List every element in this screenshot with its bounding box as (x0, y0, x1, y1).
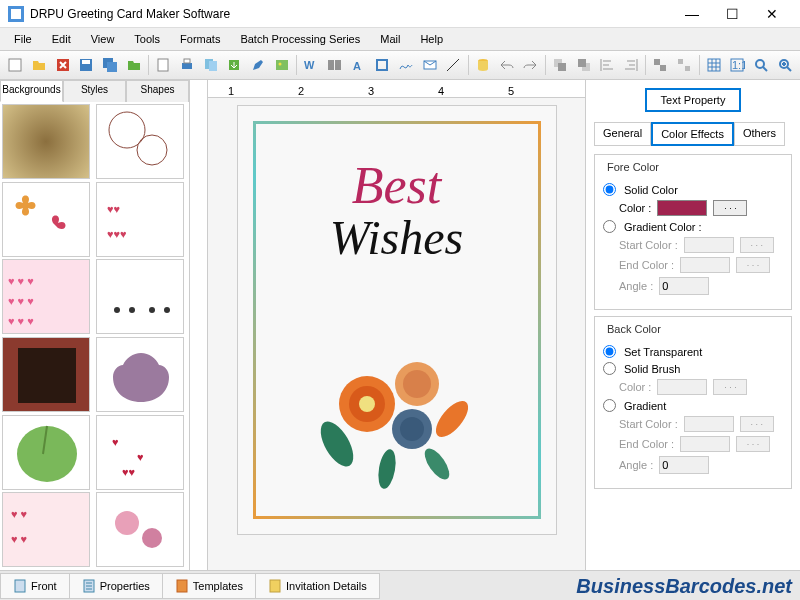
menu-help[interactable]: Help (410, 31, 453, 47)
svg-point-15 (278, 63, 281, 66)
align-left-icon[interactable] (596, 53, 619, 77)
menu-tools[interactable]: Tools (124, 31, 170, 47)
tab-color-effects[interactable]: Color Effects (651, 122, 734, 146)
save-icon[interactable] (75, 53, 98, 77)
text-property-heading[interactable]: Text Property (645, 88, 742, 112)
svg-point-34 (109, 112, 145, 148)
menu-file[interactable]: File (4, 31, 42, 47)
svg-point-63 (375, 448, 398, 490)
saveall-icon[interactable] (99, 53, 122, 77)
svg-rect-68 (270, 580, 280, 592)
group-icon[interactable] (649, 53, 672, 77)
bring-front-icon[interactable] (549, 53, 572, 77)
thumbnail[interactable] (2, 104, 90, 179)
solid-color-label: Solid Color (624, 184, 678, 196)
solid-brush-label: Solid Brush (624, 363, 680, 375)
svg-text:♥♥: ♥♥ (122, 466, 135, 478)
undo-icon[interactable] (495, 53, 518, 77)
maximize-button[interactable]: ☐ (712, 2, 752, 26)
flower-decoration[interactable] (297, 324, 497, 494)
greeting-card[interactable]: Best Wishes (237, 105, 557, 535)
image-icon[interactable] (270, 53, 293, 77)
solid-brush-radio[interactable] (603, 362, 616, 375)
menubar: File Edit View Tools Formats Batch Proce… (0, 28, 800, 50)
back-start-button: . . . (740, 416, 774, 432)
thumbnail[interactable]: ♥ ♥ ♥♥ ♥ ♥♥ ♥ ♥ (2, 259, 90, 334)
start-color-label: Start Color : (619, 239, 678, 251)
menu-view[interactable]: View (81, 31, 125, 47)
left-panel: Backgrounds Styles Shapes ♥♥♥♥♥ ♥ ♥ ♥♥ ♥… (0, 80, 190, 570)
svg-point-35 (137, 135, 167, 165)
thumbnail[interactable] (96, 104, 184, 179)
grid-icon[interactable] (702, 53, 725, 77)
font-icon[interactable]: A (347, 53, 370, 77)
close-icon[interactable] (51, 53, 74, 77)
tab-invitation[interactable]: Invitation Details (255, 573, 380, 599)
color-picker-button[interactable]: . . . (713, 200, 747, 216)
fore-color-group: Fore Color Solid Color Color : . . . Gra… (594, 154, 792, 310)
thumbnail[interactable] (2, 182, 90, 257)
tab-backgrounds[interactable]: Backgrounds (0, 80, 63, 102)
svg-point-44 (164, 307, 170, 313)
zoom-icon[interactable] (750, 53, 773, 77)
tab-front[interactable]: Front (0, 573, 70, 599)
tab-styles[interactable]: Styles (63, 80, 126, 102)
page-icon[interactable] (152, 53, 175, 77)
thumbnail[interactable] (2, 337, 90, 412)
pen-icon[interactable] (247, 53, 270, 77)
minimize-button[interactable]: — (672, 2, 712, 26)
property-tabs: General Color Effects Others (594, 122, 792, 146)
export-icon[interactable] (223, 53, 246, 77)
menu-formats[interactable]: Formats (170, 31, 230, 47)
thumbnail[interactable]: ♥ ♥♥ ♥ (2, 492, 90, 567)
open-icon[interactable] (28, 53, 51, 77)
svg-point-60 (400, 417, 424, 441)
thumbnail[interactable] (96, 259, 184, 334)
separator (296, 55, 297, 75)
send-back-icon[interactable] (572, 53, 595, 77)
tab-templates[interactable]: Templates (162, 573, 256, 599)
tab-properties[interactable]: Properties (69, 573, 163, 599)
svg-text:♥ ♥: ♥ ♥ (11, 533, 27, 545)
menu-mail[interactable]: Mail (370, 31, 410, 47)
svg-point-64 (420, 445, 454, 484)
redo-icon[interactable] (519, 53, 542, 77)
thumbnail[interactable]: ♥♥♥♥ (96, 415, 184, 490)
barcode-icon[interactable] (324, 53, 347, 77)
close-button[interactable]: ✕ (752, 2, 792, 26)
fit-icon[interactable]: 1:1 (726, 53, 749, 77)
svg-text:♥: ♥ (137, 451, 144, 463)
back-color-button: . . . (713, 379, 747, 395)
new-icon[interactable] (4, 53, 27, 77)
print-icon[interactable] (176, 53, 199, 77)
tab-shapes[interactable]: Shapes (126, 80, 189, 102)
line-icon[interactable] (442, 53, 465, 77)
svg-rect-26 (660, 65, 666, 71)
start-color-button: . . . (740, 237, 774, 253)
transparent-radio[interactable] (603, 345, 616, 358)
thumbnail[interactable] (2, 415, 90, 490)
menu-batch[interactable]: Batch Processing Series (230, 31, 370, 47)
thumbnail[interactable] (96, 492, 184, 567)
align-right-icon[interactable] (620, 53, 643, 77)
shape-icon[interactable] (371, 53, 394, 77)
thumbnail[interactable] (96, 337, 184, 412)
gradient-radio[interactable] (603, 399, 616, 412)
ungroup-icon[interactable] (673, 53, 696, 77)
thumbnail[interactable]: ♥♥♥♥♥ (96, 182, 184, 257)
menu-edit[interactable]: Edit (42, 31, 81, 47)
copy-icon[interactable] (199, 53, 222, 77)
tab-general[interactable]: General (594, 122, 651, 146)
mail-icon[interactable] (418, 53, 441, 77)
gradient-color-radio[interactable] (603, 220, 616, 233)
solid-color-radio[interactable] (603, 183, 616, 196)
svg-text:1:1: 1:1 (732, 59, 745, 71)
svg-point-52 (115, 511, 139, 535)
wordart-icon[interactable]: W (300, 53, 323, 77)
saveas-icon[interactable] (122, 53, 145, 77)
signature-icon[interactable] (395, 53, 418, 77)
fore-color-swatch[interactable] (657, 200, 707, 216)
zoomin-icon[interactable] (773, 53, 796, 77)
tab-others[interactable]: Others (734, 122, 785, 146)
database-icon[interactable] (472, 53, 495, 77)
